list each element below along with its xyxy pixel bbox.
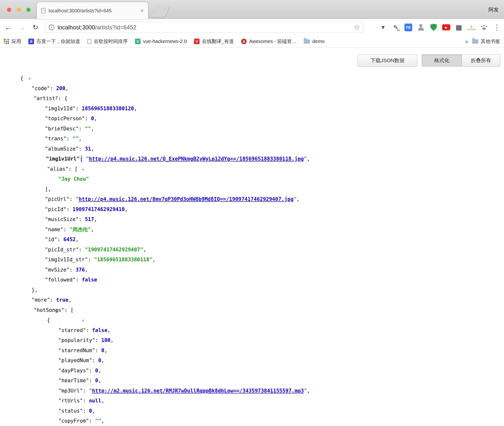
qrcode-extension-icon[interactable]: ▦ bbox=[454, 23, 463, 32]
window-maximize-button[interactable] bbox=[26, 8, 31, 12]
json-punct: , bbox=[98, 368, 101, 374]
tab-close-icon[interactable]: × bbox=[140, 8, 144, 14]
profile-extension-icon[interactable] bbox=[417, 23, 425, 32]
collapse-all-button[interactable]: 折叠所有 bbox=[462, 54, 500, 67]
json-string: " bbox=[76, 196, 79, 202]
browser-tab[interactable]: localhost:3000/artists?id=645 × bbox=[37, 2, 148, 19]
json-punct: { bbox=[64, 95, 67, 101]
bookmark-star-icon[interactable]: ☆ bbox=[354, 23, 360, 31]
other-bookmarks-folder[interactable]: 其他书签 bbox=[472, 38, 500, 45]
json-punct: , bbox=[85, 267, 88, 273]
json-string: "" bbox=[73, 136, 79, 142]
json-line: "starred": false, bbox=[0, 325, 504, 336]
json-punct: : bbox=[88, 257, 94, 263]
json-bool: true bbox=[56, 297, 68, 303]
bookmark-demo-folder[interactable]: demo bbox=[304, 39, 324, 44]
json-key: "code" bbox=[32, 85, 50, 91]
json-link[interactable]: http://p4.music.126.net/8mv7qP30Pd3oHW8b… bbox=[79, 196, 294, 202]
json-link[interactable]: http://p4.music.126.net/Q_ExePNkmgB2yWyL… bbox=[89, 156, 304, 162]
json-punct: : bbox=[83, 398, 89, 404]
json-punct: : bbox=[63, 227, 69, 232]
player-extension-icon[interactable]: ♪ PLAYER bbox=[467, 23, 476, 32]
json-punct: , bbox=[101, 358, 104, 363]
reload-button[interactable]: ↻ bbox=[30, 19, 41, 35]
translate-extension-icon[interactable]: ✎ en bbox=[391, 23, 400, 32]
youtube-extension-icon[interactable]: ▶ bbox=[442, 23, 451, 32]
forward-button: → bbox=[16, 19, 28, 35]
bookmark-google-sort[interactable]: 谷歌按时间排序 bbox=[87, 38, 128, 45]
youdao-icon: Y bbox=[194, 39, 200, 44]
json-line: "albumSize": 31, bbox=[0, 144, 504, 154]
json-link[interactable]: http://m2.music.126.net/RMJR7wDullRqppBk… bbox=[92, 388, 304, 394]
bookmark-youdao[interactable]: Y 在线翻译_有道 bbox=[194, 38, 234, 45]
json-punct: : bbox=[89, 378, 95, 383]
json-key: "starred" bbox=[58, 327, 86, 333]
tab-title: localhost:3000/artists?id=645 bbox=[49, 8, 137, 14]
json-punct: , bbox=[65, 85, 68, 91]
json-punct: , bbox=[76, 237, 79, 242]
json-punct: : bbox=[76, 277, 82, 283]
json-punct: : bbox=[64, 307, 70, 313]
json-num: 100 bbox=[101, 337, 110, 343]
bookmark-awesomes[interactable]: A Awesomes - 前端资… bbox=[241, 38, 296, 45]
fehelper-extension-icon[interactable]: FE bbox=[404, 23, 413, 32]
json-string: "Jay Chou" bbox=[58, 176, 89, 182]
json-punct: : bbox=[50, 297, 56, 303]
json-line: "followed": false bbox=[0, 275, 504, 285]
page-info-icon[interactable]: i bbox=[49, 25, 54, 30]
bookmark-apps[interactable]: 应用 bbox=[4, 38, 21, 45]
json-key: "musicSize" bbox=[45, 216, 79, 222]
json-key: "albumSize" bbox=[45, 146, 79, 152]
collapse-toggle-icon[interactable]: ▼ bbox=[29, 77, 31, 81]
json-line: ▼"alias": [ bbox=[0, 164, 504, 174]
format-button[interactable]: 格式化 bbox=[422, 54, 462, 67]
triangle-extension-icon[interactable]: ▼ bbox=[379, 23, 387, 32]
json-line: "img1v1Url": "http://p4.music.126.net/Q_… bbox=[0, 154, 504, 164]
adblock-shield-icon[interactable] bbox=[429, 23, 438, 32]
address-bar[interactable]: i localhost:3000/artists?id=6452 ☆ bbox=[45, 22, 364, 33]
json-punct: : bbox=[83, 408, 89, 414]
page-icon bbox=[87, 39, 91, 44]
url-text[interactable]: localhost:3000/artists?id=6452 bbox=[58, 24, 136, 31]
back-button[interactable]: ← bbox=[2, 19, 14, 35]
json-line: ▼"hotSongs": [ bbox=[0, 305, 504, 315]
json-punct: , bbox=[48, 186, 51, 192]
json-punct: : bbox=[83, 388, 89, 394]
browser-menu-icon[interactable]: ⋮ bbox=[492, 23, 501, 32]
json-line: "picUrl": "http://p4.music.126.net/8mv7q… bbox=[0, 194, 504, 204]
json-line: "musicSize": 517, bbox=[0, 214, 504, 225]
json-punct: , bbox=[79, 136, 82, 142]
collapse-toggle-icon[interactable]: ▼ bbox=[82, 168, 84, 171]
profile-name[interactable]: 阿发 bbox=[488, 6, 499, 13]
bookmark-baidu[interactable]: 百 百度一下，你就知道 bbox=[28, 38, 80, 45]
json-num: 18569651883380120 bbox=[82, 106, 134, 111]
json-punct: : bbox=[76, 106, 82, 111]
json-punct: : bbox=[79, 247, 85, 253]
collapse-toggle-icon[interactable]: ▼ bbox=[82, 319, 84, 323]
json-punct: , bbox=[104, 348, 108, 353]
bookmarks-overflow-icon[interactable]: » bbox=[465, 38, 468, 45]
json-key: "hearTime" bbox=[58, 378, 89, 383]
json-line: "topicPerson": 0, bbox=[0, 114, 504, 124]
paw-extension-icon[interactable] bbox=[480, 23, 488, 32]
window-minimize-button[interactable] bbox=[17, 8, 21, 12]
json-string: "" bbox=[95, 418, 101, 424]
json-line: ▼{ bbox=[0, 73, 504, 84]
download-json-button[interactable]: 下载JSON数据 bbox=[358, 54, 417, 67]
bookmark-vue-hackernews[interactable]: V vue-hackernews-2.0 bbox=[135, 39, 187, 44]
json-key: "artist" bbox=[34, 95, 58, 101]
json-line: "picId_str": "19097417462929407", bbox=[0, 245, 504, 255]
json-punct: , bbox=[91, 146, 94, 152]
json-num: 6452 bbox=[63, 237, 76, 242]
json-num: 0 bbox=[101, 348, 104, 353]
json-line: "id": 6452, bbox=[0, 235, 504, 245]
window-close-button[interactable] bbox=[7, 8, 11, 12]
json-key: "starredNum" bbox=[58, 348, 95, 353]
json-line: }, bbox=[0, 285, 504, 295]
new-tab-button[interactable] bbox=[151, 6, 170, 17]
json-line: "picId": 19097417462929410, bbox=[0, 204, 504, 215]
json-punct: : bbox=[67, 136, 73, 142]
json-punct: : bbox=[79, 126, 85, 132]
json-line: "mp3Url": "http://m2.music.126.net/RMJR7… bbox=[0, 386, 504, 396]
json-punct: : bbox=[69, 267, 76, 273]
